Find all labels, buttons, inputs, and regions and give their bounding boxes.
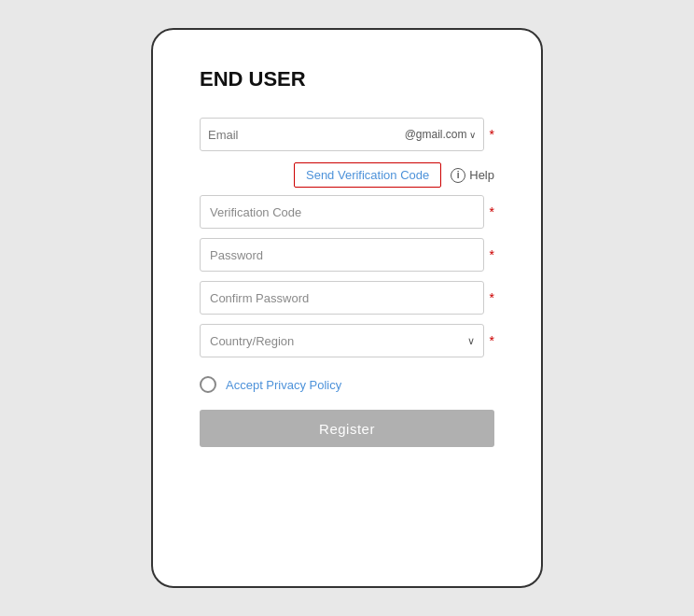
privacy-policy-radio[interactable] xyxy=(200,376,216,393)
send-code-row: Send Verification Code i Help xyxy=(200,162,494,188)
country-row: Country/Region ∨ * xyxy=(200,324,494,357)
send-verification-button[interactable]: Send Verification Code xyxy=(294,162,441,188)
confirm-password-required-star: * xyxy=(490,290,494,305)
confirm-password-row: * xyxy=(200,281,494,315)
confirm-password-input[interactable] xyxy=(200,281,484,315)
password-input[interactable] xyxy=(200,238,484,272)
country-required-star: * xyxy=(490,333,494,348)
password-row: * xyxy=(200,238,494,272)
registration-form: @gmail.com ∨ * Send Verification Code i … xyxy=(200,118,494,447)
email-input[interactable] xyxy=(208,128,405,142)
verification-required-star: * xyxy=(490,204,494,219)
help-icon: i xyxy=(451,168,465,183)
help-text: i Help xyxy=(451,168,494,183)
email-input-wrapper: @gmail.com ∨ xyxy=(200,118,484,151)
page-title: END USER xyxy=(200,67,494,91)
country-select[interactable]: Country/Region xyxy=(200,324,484,357)
privacy-policy-link[interactable]: Accept Privacy Policy xyxy=(226,378,341,392)
phone-frame: END USER @gmail.com ∨ * Send Verificatio… xyxy=(151,28,543,588)
email-domain: @gmail.com ∨ xyxy=(405,128,476,141)
email-row: @gmail.com ∨ * xyxy=(200,118,494,151)
country-select-wrapper: Country/Region ∨ xyxy=(200,324,484,357)
verification-code-input[interactable] xyxy=(200,195,484,229)
email-required-star: * xyxy=(490,127,494,142)
email-domain-chevron-icon: ∨ xyxy=(469,130,476,140)
register-button[interactable]: Register xyxy=(200,410,494,447)
password-required-star: * xyxy=(490,247,494,262)
privacy-row: Accept Privacy Policy xyxy=(200,376,494,393)
verification-code-row: * xyxy=(200,195,494,229)
